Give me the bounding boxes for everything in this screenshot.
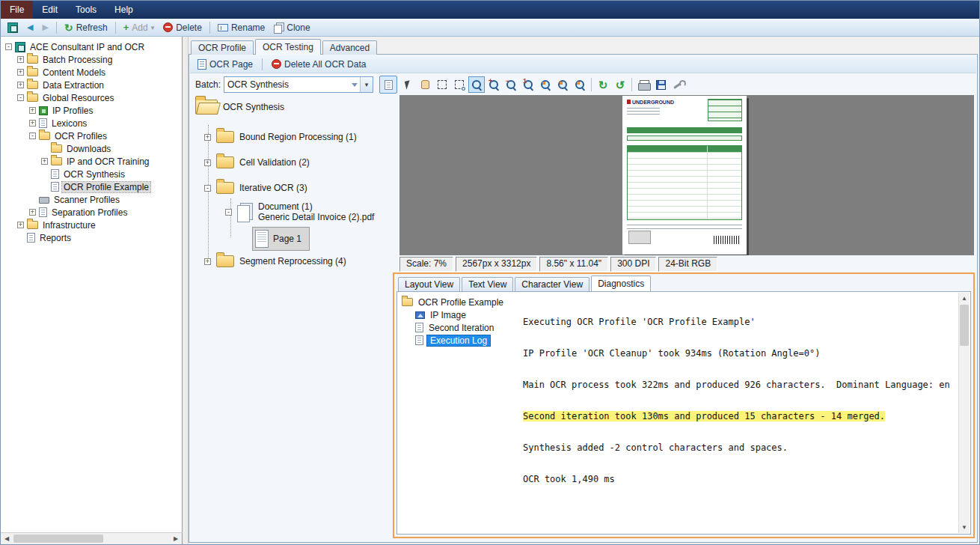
- scroll-down-icon[interactable]: ▼: [959, 522, 970, 533]
- tab-layout-view[interactable]: Layout View: [398, 277, 460, 291]
- selected-page-node[interactable]: Page 1: [252, 227, 310, 251]
- sidebar-item-ip-profiles[interactable]: + IP Profiles: [1, 104, 182, 117]
- zoom-fit-width-button[interactable]: [554, 76, 571, 93]
- expand-icon[interactable]: -: [17, 94, 24, 101]
- sidebar-item-root[interactable]: - ACE Consultant IP and OCR: [1, 40, 182, 53]
- sidebar-item-global-resources[interactable]: - Global Resources: [1, 91, 182, 104]
- clone-icon: [274, 22, 284, 32]
- menu-edit[interactable]: Edit: [33, 1, 67, 19]
- combobox-dropdown-button[interactable]: ▾: [360, 77, 373, 92]
- expand-icon[interactable]: +: [29, 107, 36, 114]
- zoom-out-button[interactable]: −: [503, 76, 519, 93]
- batch-node-document[interactable]: - Document (1) Generic Detail Invoice (2…: [225, 201, 374, 222]
- delete-button[interactable]: Delete: [159, 21, 206, 34]
- rotate-counterclockwise-button[interactable]: ↺: [612, 76, 628, 93]
- diag-node-ocr-profile-example[interactable]: OCR Profile Example: [402, 296, 518, 308]
- sidebar-item-ocr-synthesis[interactable]: OCR Synthesis: [1, 168, 182, 180]
- tab-text-view[interactable]: Text View: [462, 277, 513, 291]
- log-vertical-scrollbar[interactable]: ▲ ▼: [958, 293, 970, 533]
- expand-icon[interactable]: +: [204, 159, 211, 166]
- expand-icon[interactable]: -: [29, 133, 36, 139]
- tab-advanced[interactable]: Advanced: [322, 40, 377, 55]
- scrollbar-thumb[interactable]: [960, 305, 969, 346]
- menu-file[interactable]: File: [1, 1, 33, 19]
- sidebar-item-reports[interactable]: Reports: [1, 231, 182, 244]
- zoom-in-button[interactable]: +: [486, 76, 502, 93]
- expand-icon[interactable]: -: [5, 43, 12, 50]
- batch-node-iterative-ocr[interactable]: - Iterative OCR (3): [204, 182, 307, 194]
- diag-node-execution-log[interactable]: Execution Log: [402, 334, 518, 347]
- zoom-fit-page-button[interactable]: [537, 76, 554, 93]
- image-viewer-canvas[interactable]: UNDERGROUND: [399, 95, 974, 255]
- expand-icon[interactable]: +: [29, 209, 36, 216]
- expand-icon[interactable]: -: [225, 209, 232, 216]
- expand-icon[interactable]: +: [17, 222, 24, 228]
- sidebar-item-ip-and-ocr-training[interactable]: + IP and OCR Training: [1, 155, 182, 168]
- expand-icon[interactable]: +: [204, 258, 211, 265]
- add-button[interactable]: + Add ▾: [120, 20, 158, 34]
- batch-node-segment-reprocessing[interactable]: + Segment Reprocessing (4): [204, 255, 346, 267]
- scroll-right-icon[interactable]: ▶: [170, 533, 182, 544]
- sidebar-item-separation-profiles[interactable]: + Separation Profiles: [1, 206, 182, 219]
- delete-all-ocr-data-button[interactable]: Delete All OCR Data: [268, 58, 370, 71]
- panel-splitter[interactable]: [183, 37, 189, 544]
- tab-character-view[interactable]: Character View: [515, 277, 589, 291]
- sidebar-item-ocr-profiles[interactable]: - OCR Profiles: [1, 130, 182, 142]
- sidebar-item-scanner-profiles[interactable]: Scanner Profiles: [1, 193, 182, 206]
- print-button[interactable]: [635, 76, 652, 93]
- menu-tools[interactable]: Tools: [67, 1, 105, 19]
- zoom-fit-height-button[interactable]: [572, 76, 588, 93]
- clone-button[interactable]: Clone: [270, 21, 313, 34]
- expand-icon[interactable]: +: [41, 158, 48, 165]
- rotate-clockwise-button[interactable]: ↻: [595, 76, 611, 93]
- sidebar-item-batch-processing[interactable]: + Batch Processing: [1, 53, 182, 66]
- expand-icon[interactable]: +: [17, 56, 24, 63]
- expand-icon[interactable]: +: [17, 82, 24, 88]
- rename-button[interactable]: Rename: [214, 21, 269, 34]
- sidebar-horizontal-scrollbar[interactable]: ◀ ▶: [1, 532, 183, 544]
- scrollbar-thumb[interactable]: [13, 535, 103, 543]
- tab-ocr-testing[interactable]: OCR Testing: [255, 39, 321, 55]
- select-region-button[interactable]: [434, 76, 450, 93]
- scroll-left-icon[interactable]: ◀: [1, 533, 13, 544]
- back-button[interactable]: ◀: [23, 21, 37, 34]
- sidebar-item-data-extraction[interactable]: + Data Extraction: [1, 79, 182, 91]
- expand-icon[interactable]: +: [29, 120, 36, 127]
- expand-icon[interactable]: +: [204, 134, 211, 141]
- ocr-page-button[interactable]: OCR Page: [194, 58, 257, 71]
- batch-combobox[interactable]: OCR Synthesis ▾: [224, 76, 373, 93]
- save-image-button[interactable]: [652, 76, 669, 93]
- zoom-region-button[interactable]: [451, 76, 468, 93]
- zoom-actual-size-button[interactable]: 1: [520, 76, 536, 93]
- viewer-settings-button[interactable]: [670, 76, 686, 93]
- scroll-up-icon[interactable]: ▲: [959, 293, 970, 304]
- refresh-button[interactable]: ↻ Refresh: [61, 21, 111, 34]
- sidebar-item-ocr-profile-example[interactable]: OCR Profile Example: [1, 180, 182, 193]
- batch-node-cell-validation[interactable]: + Cell Validation (2): [204, 156, 310, 168]
- tab-ocr-profile[interactable]: OCR Profile: [191, 40, 254, 55]
- batch-root-node[interactable]: OCR Synthesis: [195, 100, 284, 115]
- pointer-tool-button[interactable]: [399, 76, 416, 93]
- batch-node-page-1[interactable]: Page 1: [252, 227, 310, 251]
- sidebar-item-downloads[interactable]: Downloads: [1, 142, 182, 155]
- zoom-tool-button[interactable]: [468, 76, 485, 93]
- tab-diagnostics[interactable]: Diagnostics: [591, 275, 651, 291]
- thumbnail-view-toggle[interactable]: [379, 76, 397, 94]
- diag-node-second-iteration[interactable]: Second Iteration: [402, 321, 518, 334]
- sidebar-item-lexicons[interactable]: + Lexicons: [1, 117, 182, 130]
- diag-node-ip-image[interactable]: IP Image: [402, 308, 518, 321]
- sidebar-item-infrastructure[interactable]: + Infrastructure: [1, 219, 182, 231]
- expand-icon[interactable]: -: [204, 185, 211, 192]
- add-label: Add: [132, 22, 147, 33]
- delete-all-label: Delete All OCR Data: [284, 59, 366, 70]
- tree-sync-button[interactable]: [4, 21, 22, 34]
- folder-icon: [51, 157, 62, 165]
- expand-icon[interactable]: +: [17, 69, 24, 76]
- batch-node-bound-region[interactable]: + Bound Region Processing (1): [204, 131, 357, 143]
- forward-button[interactable]: ▶: [38, 21, 52, 34]
- sidebar-item-content-models[interactable]: + Content Models: [1, 66, 182, 79]
- menu-help[interactable]: Help: [105, 1, 142, 19]
- pan-tool-button[interactable]: [417, 76, 433, 93]
- magnifier-icon: [471, 79, 483, 91]
- document-page-thumbnail[interactable]: UNDERGROUND: [622, 96, 747, 255]
